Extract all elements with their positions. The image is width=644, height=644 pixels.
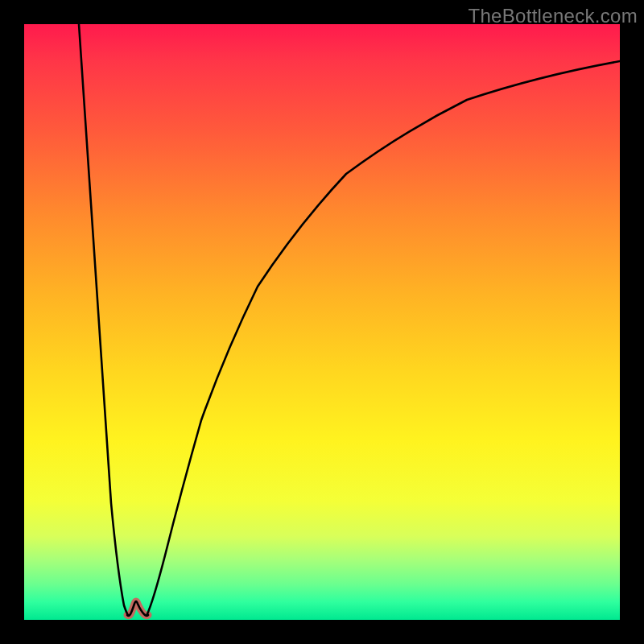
watermark-text: TheBottleneck.com (468, 5, 638, 27)
gradient-background (24, 24, 620, 620)
chart-frame: TheBottleneck.com (0, 0, 644, 644)
